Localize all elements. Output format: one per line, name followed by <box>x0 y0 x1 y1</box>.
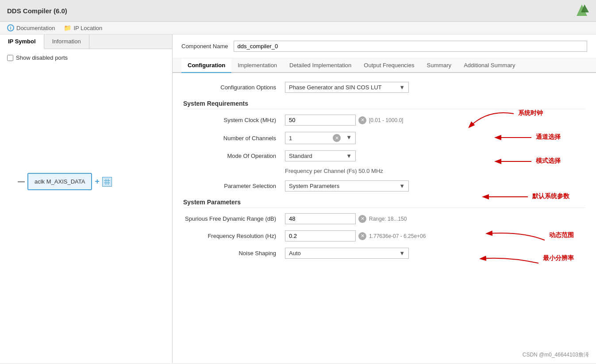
sfdr-control: ✕ Range: 18...150 <box>285 213 407 224</box>
channels-select[interactable]: 1 ✕ ▼ <box>285 132 356 144</box>
main-layout: IP Symbol Information Show disabled port… <box>0 34 596 363</box>
freq-res-control: ✕ 1.77636e-07 - 6.25e+06 <box>285 230 426 241</box>
system-clock-control: ✕ [0.01 - 1000.0] <box>285 115 403 126</box>
tab-detailed-implementation[interactable]: Detailed Implementation <box>283 58 358 73</box>
nav-documentation-label: Documentation <box>16 25 55 31</box>
noise-shaping-label: Noise Shaping <box>183 250 281 257</box>
mode-label: Mode Of Operation <box>183 153 281 159</box>
symbol-box-label: aclk M_AXIS_DATA <box>35 178 85 185</box>
config-options-label: Configuration Options <box>183 84 281 91</box>
channels-clear[interactable]: ✕ <box>333 134 341 142</box>
folder-icon: 📁 <box>64 24 71 31</box>
tab-summary-label: Summary <box>427 62 452 69</box>
tab-implementation[interactable]: Implementation <box>231 58 283 73</box>
freq-label: Frequency per Channel (Fs) <box>285 168 357 174</box>
sfdr-row: Spurious Free Dynamic Range (dB) ✕ Range… <box>183 213 585 224</box>
noise-shaping-select[interactable]: Auto ▼ <box>285 248 409 259</box>
config-options-value: Phase Generator and SIN COS LUT <box>289 84 382 91</box>
mode-arrow: ▼ <box>346 153 352 159</box>
tab-information[interactable]: Information <box>44 34 89 49</box>
tab-ip-symbol-label: IP Symbol <box>8 38 36 45</box>
nav-ip-location[interactable]: 📁 IP Location <box>64 24 102 31</box>
config-options-select[interactable]: Phase Generator and SIN COS LUT ▼ <box>285 82 409 93</box>
config-options-row: Configuration Options Phase Generator an… <box>183 82 585 93</box>
sfdr-input[interactable] <box>285 213 356 224</box>
tab-configuration-label: Configuration <box>188 62 225 69</box>
channels-value: 1 <box>289 135 292 142</box>
freq-res-row: Frequency Resolution (Hz) ✕ 1.77636e-07 … <box>183 230 585 241</box>
freq-res-hint: 1.77636e-07 - 6.25e+06 <box>369 233 426 239</box>
tab-information-label: Information <box>52 38 81 45</box>
nav-documentation[interactable]: i Documentation <box>7 24 55 31</box>
tab-configuration[interactable]: Configuration <box>181 58 231 73</box>
channels-row: Number of Channels 1 ✕ ▼ <box>183 132 585 144</box>
show-disabled-ports-label: Show disabled ports <box>16 54 68 61</box>
component-name-row: Component Name <box>173 34 596 58</box>
symbol-diagram: — aclk M_AXIS_DATA + <box>18 173 112 190</box>
top-nav: i Documentation 📁 IP Location <box>0 22 596 34</box>
left-tabs: IP Symbol Information <box>0 34 172 49</box>
config-options-control: Phase Generator and SIN COS LUT ▼ <box>285 82 409 93</box>
system-clock-clear[interactable]: ✕ <box>358 116 366 124</box>
tab-output-frequencies-label: Output Frequencies <box>364 62 414 69</box>
mode-select[interactable]: Standard ▼ <box>285 150 356 161</box>
config-options-arrow: ▼ <box>399 84 405 91</box>
grid-icon <box>102 177 112 187</box>
tab-additional-summary[interactable]: Additional Summary <box>458 58 521 73</box>
tab-ip-symbol[interactable]: IP Symbol <box>0 34 44 49</box>
watermark: CSDN @m0_46644103詹渏 <box>523 351 589 359</box>
freq-res-label: Frequency Resolution (Hz) <box>183 233 281 239</box>
title-bar: DDS Compiler (6.0) <box>0 0 596 22</box>
param-selection-row: Parameter Selection System Parameters ▼ <box>183 180 585 192</box>
system-parameters-title: System Parameters <box>183 199 585 208</box>
param-selection-label: Parameter Selection <box>183 183 281 189</box>
nav-ip-location-label: IP Location <box>73 25 102 31</box>
channels-arrow: ▼ <box>346 134 352 142</box>
show-disabled-ports-row: Show disabled ports <box>7 54 165 61</box>
sfdr-label: Spurious Free Dynamic Range (dB) <box>183 215 281 222</box>
param-selection-value: System Parameters <box>289 183 339 189</box>
tab-implementation-label: Implementation <box>238 62 277 69</box>
app-logo <box>575 4 589 18</box>
param-selection-select[interactable]: System Parameters ▼ <box>285 180 409 192</box>
show-disabled-ports-checkbox[interactable] <box>7 55 13 61</box>
noise-shaping-row: Noise Shaping Auto ▼ <box>183 248 585 259</box>
freq-res-input[interactable] <box>285 230 356 241</box>
config-content: Configuration Options Phase Generator an… <box>173 73 596 363</box>
symbol-box: aclk M_AXIS_DATA <box>27 173 92 190</box>
connector-left: — <box>18 178 25 186</box>
left-panel: IP Symbol Information Show disabled port… <box>0 34 173 363</box>
component-name-label: Component Name <box>181 43 228 50</box>
mode-control: Standard ▼ <box>285 150 356 161</box>
mode-value: Standard <box>289 153 312 159</box>
tab-summary[interactable]: Summary <box>421 58 458 73</box>
channels-label: Number of Channels <box>183 135 281 142</box>
param-selection-arrow: ▼ <box>399 183 405 189</box>
sfdr-hint: Range: 18...150 <box>369 216 407 222</box>
system-requirements-title: System Requirements <box>183 100 585 109</box>
info-icon: i <box>7 24 14 31</box>
app-title: DDS Compiler (6.0) <box>7 7 67 15</box>
tab-output-frequencies[interactable]: Output Frequencies <box>358 58 420 73</box>
component-name-input[interactable] <box>234 41 588 52</box>
freq-res-clear[interactable]: ✕ <box>358 232 366 240</box>
param-selection-control: System Parameters ▼ <box>285 180 409 192</box>
freq-info: Frequency per Channel (Fs) 50.0 MHz <box>285 168 585 174</box>
sfdr-clear[interactable]: ✕ <box>358 215 366 223</box>
tab-additional-summary-label: Additional Summary <box>464 62 515 69</box>
mode-row: Mode Of Operation Standard ▼ <box>183 150 585 161</box>
system-clock-label: System Clock (MHz) <box>183 117 281 123</box>
noise-shaping-control: Auto ▼ <box>285 248 409 259</box>
config-tabs: Configuration Implementation Detailed Im… <box>173 58 596 73</box>
channels-control: 1 ✕ ▼ <box>285 132 356 144</box>
system-clock-row: System Clock (MHz) ✕ [0.01 - 1000.0] <box>183 115 585 126</box>
right-panel: Component Name Configuration Implementat… <box>173 34 596 363</box>
left-panel-content: Show disabled ports — aclk M_AXIS_DATA + <box>0 49 172 363</box>
system-clock-hint: [0.01 - 1000.0] <box>369 117 403 123</box>
plus-connector: + <box>95 177 100 186</box>
freq-value: 50.0 MHz <box>358 168 383 174</box>
noise-shaping-arrow: ▼ <box>399 250 405 257</box>
system-clock-input[interactable] <box>285 115 356 126</box>
tab-detailed-implementation-label: Detailed Implementation <box>289 62 351 69</box>
noise-shaping-value: Auto <box>289 250 301 257</box>
